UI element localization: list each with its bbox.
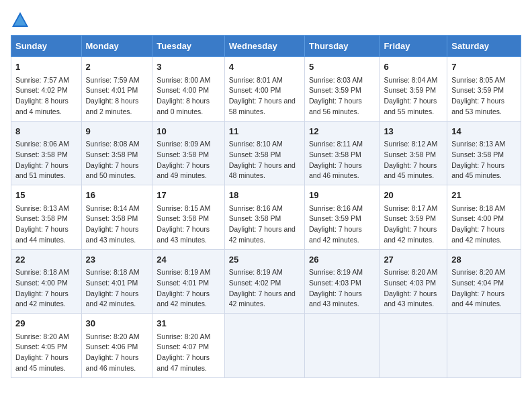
day-number: 3 [157, 60, 220, 74]
day-number: 18 [229, 189, 300, 202]
cell-info: Sunrise: 8:10 AMSunset: 3:58 PMDaylight:… [229, 139, 300, 181]
cell-info: Sunrise: 8:01 AMSunset: 4:00 PMDaylight:… [229, 75, 300, 118]
day-number: 16 [86, 189, 148, 202]
cell-info: Sunrise: 8:20 AMSunset: 4:03 PMDaylight:… [384, 267, 443, 310]
header-monday: Monday [81, 36, 152, 57]
day-number: 6 [384, 60, 443, 74]
cell-info: Sunrise: 8:20 AMSunset: 4:07 PMDaylight:… [157, 332, 220, 374]
calendar-week-1: 1Sunrise: 7:57 AMSunset: 4:02 PMDaylight… [11, 57, 521, 122]
calendar-table: SundayMondayTuesdayWednesdayThursdayFrid… [11, 35, 521, 378]
header-friday: Friday [380, 36, 447, 57]
cell-info: Sunrise: 8:05 AMSunset: 3:59 PMDaylight:… [451, 75, 517, 118]
day-number: 4 [229, 60, 300, 74]
cell-info: Sunrise: 8:08 AMSunset: 3:58 PMDaylight:… [86, 139, 148, 181]
calendar-week-5: 29Sunrise: 8:20 AMSunset: 4:05 PMDayligh… [11, 314, 521, 378]
calendar-cell: 29Sunrise: 8:20 AMSunset: 4:05 PMDayligh… [11, 314, 82, 378]
logo [11, 11, 32, 30]
day-number: 9 [86, 125, 148, 138]
calendar-cell: 12Sunrise: 8:11 AMSunset: 3:58 PMDayligh… [305, 121, 380, 185]
cell-info: Sunrise: 8:17 AMSunset: 3:59 PMDaylight:… [384, 203, 443, 246]
calendar-cell: 15Sunrise: 8:13 AMSunset: 3:58 PMDayligh… [11, 185, 82, 250]
calendar-cell: 18Sunrise: 8:16 AMSunset: 3:58 PMDayligh… [224, 185, 304, 250]
day-number: 2 [86, 60, 148, 74]
calendar-cell: 9Sunrise: 8:08 AMSunset: 3:58 PMDaylight… [81, 121, 152, 185]
day-number: 13 [384, 125, 443, 138]
cell-info: Sunrise: 8:18 AMSunset: 4:01 PMDaylight:… [86, 267, 148, 310]
day-number: 26 [309, 253, 375, 267]
cell-info: Sunrise: 8:06 AMSunset: 3:58 PMDaylight:… [15, 139, 77, 181]
day-number: 8 [15, 125, 77, 138]
cell-info: Sunrise: 8:16 AMSunset: 3:58 PMDaylight:… [229, 203, 300, 246]
cell-info: Sunrise: 8:13 AMSunset: 3:58 PMDaylight:… [15, 203, 77, 246]
calendar-cell: 16Sunrise: 8:14 AMSunset: 3:58 PMDayligh… [81, 185, 152, 250]
day-number: 25 [229, 253, 300, 267]
day-number: 10 [157, 125, 220, 138]
cell-info: Sunrise: 8:16 AMSunset: 3:59 PMDaylight:… [309, 203, 375, 246]
header-tuesday: Tuesday [152, 36, 224, 57]
calendar-cell: 5Sunrise: 8:03 AMSunset: 3:59 PMDaylight… [305, 57, 380, 122]
day-number: 23 [86, 253, 148, 267]
cell-info: Sunrise: 7:59 AMSunset: 4:01 PMDaylight:… [86, 75, 148, 118]
header-sunday: Sunday [11, 36, 82, 57]
day-number: 17 [157, 189, 220, 202]
calendar-cell [305, 314, 380, 378]
calendar-cell: 1Sunrise: 7:57 AMSunset: 4:02 PMDaylight… [11, 57, 82, 122]
header-wednesday: Wednesday [224, 36, 304, 57]
cell-info: Sunrise: 8:09 AMSunset: 3:58 PMDaylight:… [157, 139, 220, 181]
cell-info: Sunrise: 8:18 AMSunset: 4:00 PMDaylight:… [15, 267, 77, 310]
cell-info: Sunrise: 8:20 AMSunset: 4:06 PMDaylight:… [86, 332, 148, 374]
calendar-week-4: 22Sunrise: 8:18 AMSunset: 4:00 PMDayligh… [11, 249, 521, 314]
calendar-cell: 17Sunrise: 8:15 AMSunset: 3:58 PMDayligh… [152, 185, 224, 250]
day-number: 20 [384, 189, 443, 202]
day-number: 12 [309, 125, 375, 138]
cell-info: Sunrise: 8:19 AMSunset: 4:03 PMDaylight:… [309, 267, 375, 310]
calendar-cell: 31Sunrise: 8:20 AMSunset: 4:07 PMDayligh… [152, 314, 224, 378]
day-number: 19 [309, 189, 375, 202]
day-number: 31 [157, 317, 220, 330]
day-number: 7 [451, 60, 517, 74]
calendar-cell: 14Sunrise: 8:13 AMSunset: 3:58 PMDayligh… [447, 121, 521, 185]
day-number: 27 [384, 253, 443, 267]
cell-info: Sunrise: 8:00 AMSunset: 4:00 PMDaylight:… [157, 75, 220, 118]
calendar-cell: 19Sunrise: 8:16 AMSunset: 3:59 PMDayligh… [305, 185, 380, 250]
calendar-cell: 26Sunrise: 8:19 AMSunset: 4:03 PMDayligh… [305, 249, 380, 314]
day-number: 14 [451, 125, 517, 138]
cell-info: Sunrise: 8:04 AMSunset: 3:59 PMDaylight:… [384, 75, 443, 118]
calendar-cell: 8Sunrise: 8:06 AMSunset: 3:58 PMDaylight… [11, 121, 82, 185]
calendar-week-2: 8Sunrise: 8:06 AMSunset: 3:58 PMDaylight… [11, 121, 521, 185]
calendar-cell: 2Sunrise: 7:59 AMSunset: 4:01 PMDaylight… [81, 57, 152, 122]
cell-info: Sunrise: 8:14 AMSunset: 3:58 PMDaylight:… [86, 203, 148, 246]
page-header [11, 11, 521, 30]
calendar-cell: 23Sunrise: 8:18 AMSunset: 4:01 PMDayligh… [81, 249, 152, 314]
calendar-cell: 13Sunrise: 8:12 AMSunset: 3:58 PMDayligh… [380, 121, 447, 185]
calendar-cell: 3Sunrise: 8:00 AMSunset: 4:00 PMDaylight… [152, 57, 224, 122]
calendar-cell [224, 314, 304, 378]
cell-info: Sunrise: 8:12 AMSunset: 3:58 PMDaylight:… [384, 139, 443, 181]
day-number: 1 [15, 60, 77, 74]
calendar-cell: 27Sunrise: 8:20 AMSunset: 4:03 PMDayligh… [380, 249, 447, 314]
calendar-cell: 11Sunrise: 8:10 AMSunset: 3:58 PMDayligh… [224, 121, 304, 185]
day-number: 29 [15, 317, 77, 330]
header-thursday: Thursday [305, 36, 380, 57]
cell-info: Sunrise: 8:20 AMSunset: 4:05 PMDaylight:… [15, 332, 77, 374]
cell-info: Sunrise: 8:18 AMSunset: 4:00 PMDaylight:… [451, 203, 517, 246]
calendar-cell: 28Sunrise: 8:20 AMSunset: 4:04 PMDayligh… [447, 249, 521, 314]
calendar-cell: 20Sunrise: 8:17 AMSunset: 3:59 PMDayligh… [380, 185, 447, 250]
cell-info: Sunrise: 8:11 AMSunset: 3:58 PMDaylight:… [309, 139, 375, 181]
cell-info: Sunrise: 8:15 AMSunset: 3:58 PMDaylight:… [157, 203, 220, 246]
header-saturday: Saturday [447, 36, 521, 57]
calendar-cell: 10Sunrise: 8:09 AMSunset: 3:58 PMDayligh… [152, 121, 224, 185]
cell-info: Sunrise: 8:13 AMSunset: 3:58 PMDaylight:… [451, 139, 517, 181]
calendar-cell: 6Sunrise: 8:04 AMSunset: 3:59 PMDaylight… [380, 57, 447, 122]
day-number: 11 [229, 125, 300, 138]
day-number: 24 [157, 253, 220, 267]
calendar-cell: 24Sunrise: 8:19 AMSunset: 4:01 PMDayligh… [152, 249, 224, 314]
calendar-cell: 22Sunrise: 8:18 AMSunset: 4:00 PMDayligh… [11, 249, 82, 314]
day-number: 5 [309, 60, 375, 74]
calendar-cell: 21Sunrise: 8:18 AMSunset: 4:00 PMDayligh… [447, 185, 521, 250]
calendar-cell: 7Sunrise: 8:05 AMSunset: 3:59 PMDaylight… [447, 57, 521, 122]
cell-info: Sunrise: 8:20 AMSunset: 4:04 PMDaylight:… [451, 267, 517, 310]
cell-info: Sunrise: 8:19 AMSunset: 4:02 PMDaylight:… [229, 267, 300, 310]
cell-info: Sunrise: 8:19 AMSunset: 4:01 PMDaylight:… [157, 267, 220, 310]
calendar-cell: 30Sunrise: 8:20 AMSunset: 4:06 PMDayligh… [81, 314, 152, 378]
